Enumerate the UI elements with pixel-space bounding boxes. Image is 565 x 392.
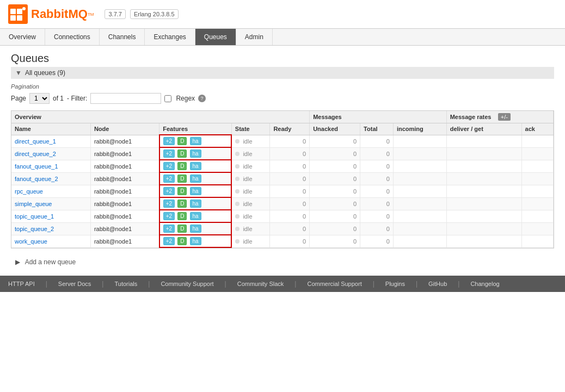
table-row[interactable]: topic_queue_1 rabbit@node1 +2 D ha idle … — [11, 210, 554, 222]
cell-incoming — [393, 210, 446, 222]
filter-input[interactable] — [90, 93, 161, 104]
cell-ack — [521, 210, 553, 222]
logo-tm: TM — [88, 12, 94, 17]
cell-state: idle — [231, 210, 270, 222]
cell-incoming — [393, 235, 446, 247]
pagination-section: Pagination Page 1 of 1 - Filter: Regex ? — [11, 83, 554, 104]
state-dot-icon — [235, 227, 239, 231]
app-header: RabbitMQ TM 3.7.7 Erlang 20.3.8.5 — [0, 0, 565, 29]
badge-plus2: +2 — [163, 150, 175, 158]
version-badge: 3.7.7 — [105, 9, 125, 19]
table-row[interactable]: direct_queue_1 rabbit@node1 +2 D ha idle… — [11, 135, 554, 147]
cell-name[interactable]: simple_queue — [11, 197, 90, 210]
queue-name-link[interactable]: work_queue — [15, 238, 47, 245]
nav-connections[interactable]: Connections — [45, 29, 100, 45]
queue-name-link[interactable]: direct_queue_2 — [15, 151, 56, 157]
cell-node: rabbit@node1 — [90, 147, 159, 160]
table-row[interactable]: simple_queue rabbit@node1 +2 D ha idle 0… — [11, 197, 554, 210]
footer-link-community-support[interactable]: Community Support — [161, 281, 213, 287]
regex-help-icon[interactable]: ? — [198, 95, 206, 102]
of-label: of 1 — [53, 95, 64, 102]
badge-ha: ha — [190, 187, 201, 195]
cell-node: rabbit@node1 — [90, 235, 159, 247]
nav-admin[interactable]: Admin — [236, 29, 273, 45]
pagination-label: Pagination — [11, 83, 554, 90]
queue-name-link[interactable]: topic_queue_1 — [15, 213, 54, 220]
nav-queues[interactable]: Queues — [195, 29, 236, 45]
nav-exchanges[interactable]: Exchanges — [145, 29, 195, 45]
footer-link-plugins[interactable]: Plugins — [385, 281, 405, 287]
badge-ha: ha — [190, 212, 201, 220]
cell-features: +2 D ha — [159, 147, 232, 160]
cell-name[interactable]: topic_queue_1 — [11, 210, 90, 222]
footer-link-commercial-support[interactable]: Commercial Support — [307, 281, 361, 287]
table-row[interactable]: work_queue rabbit@node1 +2 D ha idle 0 0… — [11, 235, 554, 247]
cell-node: rabbit@node1 — [90, 135, 159, 147]
cell-name[interactable]: direct_queue_2 — [11, 147, 90, 160]
filter-label: - Filter: — [67, 95, 87, 102]
cell-name[interactable]: topic_queue_2 — [11, 222, 90, 235]
footer-link-server-docs[interactable]: Server Docs — [58, 281, 91, 287]
table-row[interactable]: fanout_queue_1 rabbit@node1 +2 D ha idle… — [11, 160, 554, 172]
queue-name-link[interactable]: fanout_queue_1 — [15, 163, 58, 170]
cell-state: idle — [231, 235, 270, 247]
state-text: idle — [243, 163, 252, 170]
cell-incoming — [393, 172, 446, 185]
cell-incoming — [393, 147, 446, 160]
cell-ack — [521, 235, 553, 247]
footer-link-github[interactable]: GitHub — [428, 281, 447, 287]
cell-ack — [521, 160, 553, 172]
cell-ack — [521, 147, 553, 160]
queue-name-link[interactable]: direct_queue_1 — [15, 138, 56, 145]
cell-deliver-get — [446, 222, 521, 235]
cell-unacked: 0 — [310, 147, 360, 160]
cell-features: +2 D ha — [159, 185, 232, 197]
cell-name[interactable]: rpc_queue — [11, 185, 90, 197]
cell-ack — [521, 222, 553, 235]
queue-name-link[interactable]: topic_queue_2 — [15, 226, 54, 232]
cell-deliver-get — [446, 235, 521, 247]
page-select[interactable]: 1 — [29, 93, 50, 104]
add-queue-section[interactable]: ▶ Add a new queue — [11, 255, 554, 269]
state-text: idle — [243, 176, 252, 182]
plus-minus-button[interactable]: +/- — [498, 113, 511, 121]
table-row[interactable]: topic_queue_2 rabbit@node1 +2 D ha idle … — [11, 222, 554, 235]
col-ack-header: ack — [521, 123, 553, 135]
cell-ready: 0 — [270, 197, 310, 210]
state-text: idle — [243, 226, 252, 232]
svg-rect-1 — [10, 9, 16, 14]
badge-plus2: +2 — [163, 200, 175, 208]
page-content: Queues ▼ All queues (9) Pagination Page … — [0, 46, 565, 276]
cell-ready: 0 — [270, 210, 310, 222]
queue-name-link[interactable]: simple_queue — [15, 201, 52, 207]
col-state-header: State — [231, 123, 270, 135]
regex-checkbox[interactable] — [164, 95, 171, 102]
col-ready-header: Ready — [270, 123, 310, 135]
rabbitmq-logo-icon — [8, 4, 28, 24]
footer-link-tutorials[interactable]: Tutorials — [114, 281, 137, 287]
table-row[interactable]: direct_queue_2 rabbit@node1 +2 D ha idle… — [11, 147, 554, 160]
footer-link-http-api[interactable]: HTTP API — [8, 281, 35, 287]
state-text: idle — [243, 238, 252, 245]
nav-overview[interactable]: Overview — [0, 29, 45, 45]
cell-name[interactable]: work_queue — [11, 235, 90, 247]
queue-name-link[interactable]: rpc_queue — [15, 188, 43, 195]
cell-state: idle — [231, 172, 270, 185]
cell-name[interactable]: direct_queue_1 — [11, 135, 90, 147]
section-all-queues[interactable]: ▼ All queues (9) — [11, 67, 554, 79]
badge-plus2: +2 — [163, 162, 175, 170]
cell-ready: 0 — [270, 147, 310, 160]
queue-name-link[interactable]: fanout_queue_2 — [15, 176, 58, 182]
table-row[interactable]: fanout_queue_2 rabbit@node1 +2 D ha idle… — [11, 172, 554, 185]
cell-name[interactable]: fanout_queue_1 — [11, 160, 90, 172]
nav-channels[interactable]: Channels — [100, 29, 145, 45]
footer-link-community-slack[interactable]: Community Slack — [237, 281, 284, 287]
cell-ready: 0 — [270, 160, 310, 172]
table-row[interactable]: rpc_queue rabbit@node1 +2 D ha idle 0 0 … — [11, 185, 554, 197]
state-dot-icon — [235, 164, 239, 169]
footer-link-changelog[interactable]: Changelog — [470, 281, 499, 287]
cell-total: 0 — [360, 210, 394, 222]
cell-name[interactable]: fanout_queue_2 — [11, 172, 90, 185]
cell-node: rabbit@node1 — [90, 210, 159, 222]
page-label: Page — [11, 95, 26, 102]
